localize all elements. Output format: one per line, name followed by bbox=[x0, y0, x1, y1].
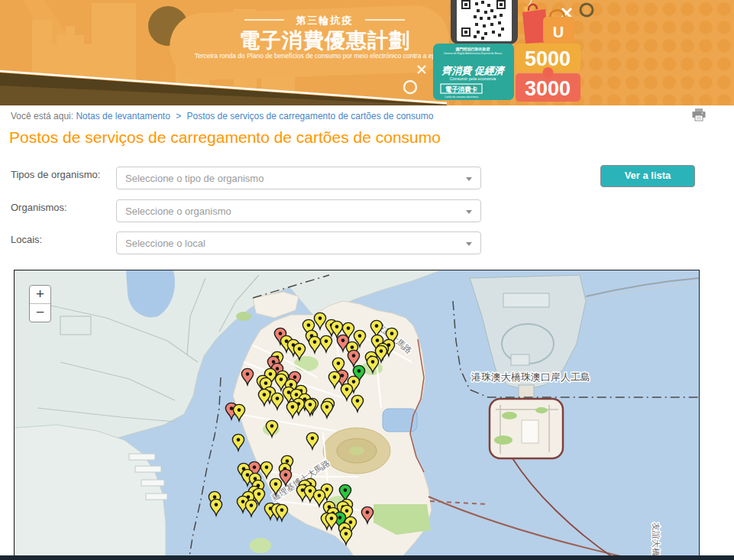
map-svg[interactable]: 港珠澳大橋珠澳口岸人工島友誼大馬路羅理基博士大馬路友誼大橋 bbox=[15, 270, 699, 560]
map-label: 港珠澳大橋珠澳口岸人工島 bbox=[471, 371, 590, 383]
card-gov-zh: 澳門特別行政區政府 bbox=[455, 47, 490, 52]
org-select[interactable]: Seleccione o organismo bbox=[116, 199, 481, 222]
chevron-down-icon bbox=[466, 177, 472, 181]
type-select-value: Seleccione o tipo de organismo bbox=[125, 173, 264, 184]
consumption-card: 澳門特別行政區政府 Governo da Região Administrati… bbox=[433, 44, 514, 100]
page-title: Postos de serviços de carregamento de ca… bbox=[9, 128, 441, 147]
local-select[interactable]: Seleccione o local bbox=[116, 231, 481, 254]
zoom-in-button[interactable]: + bbox=[30, 286, 50, 304]
breadcrumb-link-notas[interactable]: Notas de levantamento bbox=[76, 111, 170, 121]
print-icon[interactable] bbox=[690, 106, 708, 125]
zoom-out-button[interactable]: − bbox=[30, 304, 50, 322]
card-slogan-zh: 齊消費 促經濟 bbox=[441, 65, 506, 76]
card-slogan-pt: Consumir pela economia bbox=[450, 76, 497, 81]
promo-banner-link[interactable]: 第三輪抗疫 電子消費優惠計劃 Terceira ronda do Plano d… bbox=[0, 0, 734, 105]
view-list-button[interactable]: Ver a lista bbox=[600, 165, 695, 187]
type-select[interactable]: Seleccione o tipo de organismo bbox=[116, 167, 481, 189]
card-name-pt: Cartão de consumo electrónico bbox=[445, 95, 478, 99]
breadcrumb: Você está aqui: Notas de levantamento > … bbox=[11, 111, 433, 121]
breadcrumb-link-postos[interactable]: Postos de serviços de carregamento de ca… bbox=[187, 111, 434, 121]
amount-top: 5000 bbox=[525, 47, 571, 70]
page: 第三輪抗疫 電子消費優惠計劃 Terceira ronda do Plano d… bbox=[0, 0, 734, 560]
campaign-tagline: 第三輪抗疫 bbox=[296, 15, 354, 26]
org-select-value: Seleccione o organismo bbox=[125, 206, 231, 217]
card-gov-pt: Governo da Região Administrativa Especia… bbox=[444, 52, 502, 55]
chevron-down-icon bbox=[466, 210, 472, 214]
footer-bar bbox=[0, 555, 734, 560]
bag-letter: U bbox=[553, 24, 564, 40]
local-select-value: Seleccione o local bbox=[125, 238, 205, 249]
org-label: Organismos: bbox=[11, 201, 106, 214]
map-label: 友誼大橋 bbox=[652, 523, 661, 556]
amount-bottom: 3000 bbox=[525, 77, 571, 100]
map-zoom-control: + − bbox=[29, 285, 51, 322]
campaign-title: 電子消費優惠計劃 bbox=[239, 29, 410, 52]
qr-code bbox=[451, 0, 518, 44]
chevron-down-icon bbox=[466, 242, 472, 246]
type-label: Tipos de organismo: bbox=[11, 168, 106, 181]
map[interactable]: 港珠澳大橋珠澳口岸人工島友誼大馬路羅理基博士大馬路友誼大橋 + − bbox=[14, 270, 700, 560]
breadcrumb-separator: > bbox=[176, 111, 181, 121]
breadcrumb-prefix: Você está aqui: bbox=[11, 111, 73, 121]
campaign-subtitle: Terceira ronda do Plano de benefícios de… bbox=[195, 52, 455, 60]
card-name-zh: 電子消費卡 bbox=[445, 86, 478, 93]
local-label: Locais: bbox=[11, 233, 106, 246]
